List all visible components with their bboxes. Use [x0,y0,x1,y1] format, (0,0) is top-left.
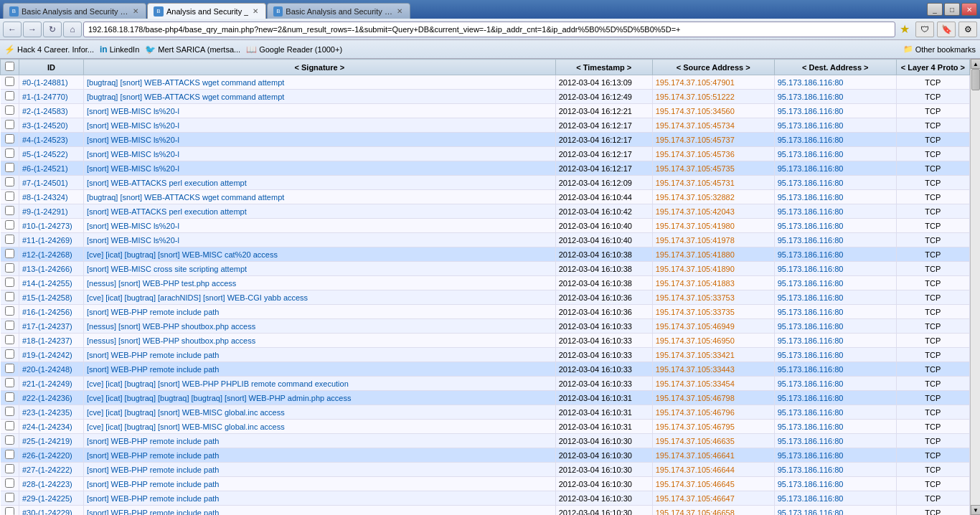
row-dest-link[interactable]: 95.173.186.116:80 [778,365,844,374]
col-header-signature[interactable]: < Signature > [84,60,556,75]
tab-tab1[interactable]: BBasic Analysis and Security En...✕ [3,3,146,19]
row-id-link[interactable]: #9-(1-24291) [22,207,68,216]
row-id-link[interactable]: #0-(1-24881) [22,78,68,87]
minimize-button[interactable]: _ [927,3,943,16]
row-id-link[interactable]: #13-(1-24266) [22,265,72,273]
row-id-link[interactable]: #18-(1-24237) [22,336,72,345]
row-id-link[interactable]: #21-(1-24249) [22,379,72,388]
row-source-link[interactable]: 195.174.37.105:41978 [656,236,735,245]
row-signature-link[interactable]: [snort] WEB-PHP remote include path [87,351,219,359]
row-source-link[interactable]: 195.174.37.105:42043 [656,207,735,216]
row-dest-link[interactable]: 95.173.186.116:80 [778,193,844,202]
row-source-link[interactable]: 195.174.37.105:46658 [656,509,735,516]
row-checkbox[interactable] [5,249,14,258]
scroll-down-button[interactable]: ▼ [971,505,980,515]
row-checkbox[interactable] [5,148,14,158]
tab-close-tab2[interactable]: ✕ [251,7,260,15]
row-source-link[interactable]: 195.174.37.105:46641 [656,451,735,460]
row-id-link[interactable]: #15-(1-24258) [22,293,72,302]
row-source-link[interactable]: 195.174.37.105:46647 [656,494,735,503]
row-signature-link[interactable]: [snort] WEB-PHP remote include path [87,466,219,474]
row-source-link[interactable]: 195.174.37.105:41890 [656,265,735,273]
row-signature-link[interactable]: [bugtraq] [snort] WEB-ATTACKS wget comma… [87,93,284,101]
row-signature-link[interactable]: [cve] [icat] [bugtraq] [snort] WEB-MISC … [87,250,278,259]
row-id-link[interactable]: #11-(1-24269) [22,236,72,245]
row-signature-link[interactable]: [nessus] [snort] WEB-PHP shoutbox.php ac… [87,322,255,331]
row-checkbox[interactable] [5,407,14,416]
row-id-link[interactable]: #4-(1-24523) [22,136,68,144]
row-checkbox[interactable] [5,292,14,301]
row-source-link[interactable]: 195.174.37.105:33421 [656,351,735,359]
row-dest-link[interactable]: 95.173.186.116:80 [778,265,844,273]
row-id-link[interactable]: #10-(1-24273) [22,222,72,230]
row-checkbox[interactable] [5,349,14,359]
row-signature-link[interactable]: [snort] WEB-MISC ls%20-l [87,107,179,115]
bookmark-star-icon[interactable]: ★ [897,22,913,37]
row-source-link[interactable]: 195.174.37.105:45737 [656,136,735,144]
row-dest-link[interactable]: 95.173.186.116:80 [778,494,844,503]
row-dest-link[interactable]: 95.173.186.116:80 [778,293,844,302]
row-checkbox[interactable] [5,321,14,330]
row-source-link[interactable]: 195.174.37.105:45736 [656,150,735,159]
row-dest-link[interactable]: 95.173.186.116:80 [778,164,844,173]
row-signature-link[interactable]: [snort] WEB-PHP remote include path [87,494,219,503]
tab-tab2[interactable]: BAnalysis and Security _✕ [147,3,266,19]
row-signature-link[interactable]: [snort] WEB-MISC ls%20-l [87,121,179,130]
row-id-link[interactable]: #17-(1-24237) [22,322,72,331]
row-dest-link[interactable]: 95.173.186.116:80 [778,150,844,159]
row-dest-link[interactable]: 95.173.186.116:80 [778,379,844,388]
row-checkbox[interactable] [5,177,14,186]
tab-close-tab1[interactable]: ✕ [131,7,140,15]
row-checkbox[interactable] [5,120,14,129]
row-dest-link[interactable]: 95.173.186.116:80 [778,308,844,316]
nav-extra-icon2[interactable]: 🔖 [937,22,956,37]
row-signature-link[interactable]: [snort] WEB-PHP remote include path [87,308,219,316]
row-source-link[interactable]: 195.174.37.105:46796 [656,408,735,417]
bookmark-hack4career[interactable]: ⚡ Hack 4 Career. Infor... [4,44,94,55]
row-dest-link[interactable]: 95.173.186.116:80 [778,250,844,259]
row-dest-link[interactable]: 95.173.186.116:80 [778,422,844,431]
row-dest-link[interactable]: 95.173.186.116:80 [778,336,844,345]
row-source-link[interactable]: 195.174.37.105:46949 [656,322,735,331]
row-checkbox[interactable] [5,478,14,488]
row-id-link[interactable]: #5-(1-24522) [22,150,68,159]
row-dest-link[interactable]: 95.173.186.116:80 [778,78,844,87]
row-signature-link[interactable]: [bugtraq] [snort] WEB-ATTACKS wget comma… [87,78,284,87]
nav-extra-icon3[interactable]: ⚙ [958,22,977,37]
row-dest-link[interactable]: 95.173.186.116:80 [778,437,844,445]
row-source-link[interactable]: 195.174.37.105:33735 [656,308,735,316]
row-signature-link[interactable]: [snort] WEB-PHP remote include path [87,365,219,374]
row-checkbox[interactable] [5,464,14,473]
row-signature-link[interactable]: [cve] [icat] [bugtraq] [snort] WEB-MISC … [87,408,285,417]
col-header-timestamp[interactable]: < Timestamp > [555,60,652,75]
row-dest-link[interactable]: 95.173.186.116:80 [778,222,844,230]
row-dest-link[interactable]: 95.173.186.116:80 [778,466,844,474]
row-source-link[interactable]: 195.174.37.105:33454 [656,379,735,388]
row-signature-link[interactable]: [cve] [icat] [bugtraq] [arachNIDS] [snor… [87,293,308,302]
row-signature-link[interactable]: [snort] WEB-MISC ls%20-l [87,236,179,245]
maximize-button[interactable]: □ [944,3,960,16]
bookmarks-other[interactable]: 📁 Other bookmarks [903,44,976,54]
row-id-link[interactable]: #1-(1-24770) [22,93,68,101]
row-source-link[interactable]: 195.174.37.105:45735 [656,164,735,173]
scroll-up-button[interactable]: ▲ [971,59,980,69]
row-signature-link[interactable]: [snort] WEB-PHP remote include path [87,509,219,516]
row-signature-link[interactable]: [cve] [icat] [bugtraq] [snort] WEB-MISC … [87,422,285,431]
row-dest-link[interactable]: 95.173.186.116:80 [778,279,844,288]
row-source-link[interactable]: 195.174.37.105:32882 [656,193,735,202]
row-source-link[interactable]: 195.174.37.105:33443 [656,365,735,374]
row-checkbox[interactable] [5,378,14,387]
row-dest-link[interactable]: 95.173.186.116:80 [778,179,844,187]
row-checkbox[interactable] [5,364,14,373]
row-checkbox[interactable] [5,450,14,459]
row-checkbox[interactable] [5,105,14,115]
row-id-link[interactable]: #12-(1-24268) [22,250,72,259]
row-dest-link[interactable]: 95.173.186.116:80 [778,107,844,115]
row-dest-link[interactable]: 95.173.186.116:80 [778,480,844,488]
row-checkbox[interactable] [5,278,14,287]
row-checkbox[interactable] [5,392,14,402]
row-dest-link[interactable]: 95.173.186.116:80 [778,351,844,359]
row-source-link[interactable]: 195.174.37.105:46644 [656,466,735,474]
row-source-link[interactable]: 195.174.37.105:51222 [656,93,735,101]
row-source-link[interactable]: 195.174.37.105:41883 [656,279,735,288]
